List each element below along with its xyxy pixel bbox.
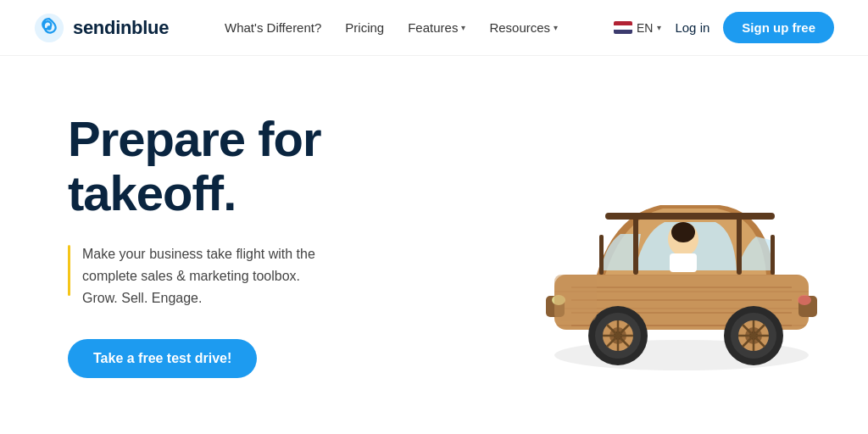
logo-icon: [34, 13, 64, 43]
logo-area[interactable]: sendinblue: [34, 13, 169, 43]
hero-section: Prepare for takeoff. Make your business …: [0, 56, 868, 434]
lang-chevron-icon: ▾: [657, 23, 661, 32]
logo-text: sendinblue: [73, 17, 169, 39]
hero-title: Prepare for takeoff.: [68, 112, 475, 220]
toy-car-illustration: [504, 101, 860, 389]
header-right: EN ▾ Log in Sign up free: [614, 12, 834, 43]
yellow-accent-bar: [68, 245, 70, 296]
svg-rect-14: [737, 214, 742, 275]
nav-pricing[interactable]: Pricing: [345, 20, 384, 35]
cta-button[interactable]: Take a free test drive!: [68, 339, 257, 378]
login-link[interactable]: Log in: [675, 20, 709, 35]
svg-point-21: [798, 295, 811, 305]
hero-image: [478, 84, 868, 406]
svg-point-1: [47, 25, 51, 30]
nav-resources[interactable]: Resources ▾: [489, 20, 558, 35]
svg-point-12: [671, 222, 695, 242]
site-header: sendinblue What's Different? Pricing Fea…: [0, 0, 868, 56]
svg-rect-11: [670, 253, 697, 272]
nav-features[interactable]: Features ▾: [408, 20, 465, 35]
features-chevron-icon: ▾: [461, 23, 465, 32]
svg-rect-15: [599, 235, 604, 275]
svg-rect-16: [771, 235, 775, 275]
main-nav: What's Different? Pricing Features ▾ Res…: [225, 20, 558, 35]
hero-content: Prepare for takeoff. Make your business …: [68, 112, 475, 378]
flag-icon: [614, 21, 632, 34]
svg-rect-40: [554, 275, 597, 321]
nav-whats-different[interactable]: What's Different?: [225, 20, 321, 35]
svg-rect-17: [605, 213, 775, 220]
hero-description-wrapper: Make your business take flight with the …: [68, 243, 475, 309]
signup-button[interactable]: Sign up free: [723, 12, 834, 43]
hero-description: Make your business take flight with the …: [82, 243, 320, 309]
resources-chevron-icon: ▾: [554, 23, 558, 32]
lang-label: EN: [637, 21, 653, 35]
svg-rect-13: [633, 214, 638, 275]
language-selector[interactable]: EN ▾: [614, 21, 661, 35]
